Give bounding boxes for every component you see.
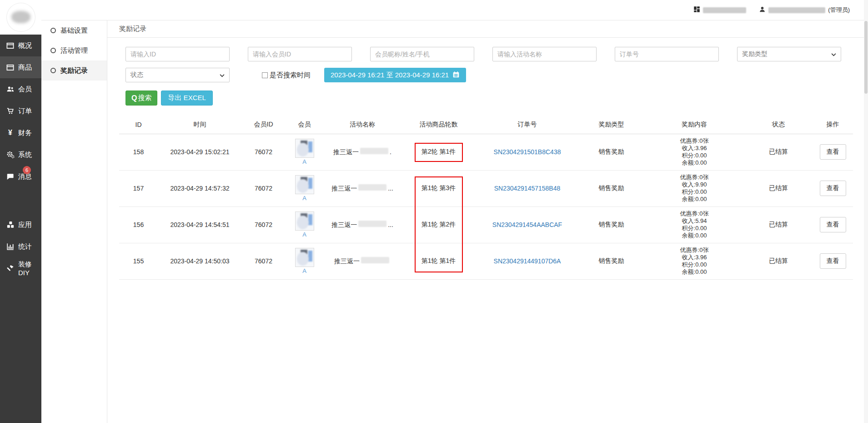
avatar-blur — [11, 11, 30, 23]
search-time-checkbox[interactable] — [262, 72, 268, 78]
member-avatar[interactable] — [295, 212, 314, 231]
member-avatar[interactable] — [295, 175, 314, 194]
sidebar-item-stats[interactable]: 统计 — [0, 236, 41, 257]
user-menu[interactable]: (管理员) — [759, 6, 850, 14]
member-avatar-label: A — [302, 158, 306, 165]
view-button[interactable]: 查看 — [820, 253, 846, 269]
member-avatar[interactable] — [295, 139, 314, 158]
export-excel-button[interactable]: 导出 EXCEL — [161, 91, 212, 106]
reward-income: 收入:3.96 — [644, 254, 744, 261]
sidebar-item-apps[interactable]: 应用 — [0, 214, 41, 236]
activity-name: 推三返一 — [331, 185, 357, 192]
reward-coupon: 优惠券:0张 — [644, 174, 744, 181]
cell-order: SN2304291449107D6A — [476, 243, 578, 279]
col-action: 操作 — [813, 116, 853, 134]
page-header: 奖励记录 — [107, 20, 868, 38]
cell-reward-type: 销售奖励 — [578, 134, 644, 170]
store-avatar[interactable] — [7, 3, 35, 31]
status-select[interactable]: 状态 — [125, 68, 230, 82]
system-gear-icon — [6, 151, 15, 159]
activity-name-redacted — [360, 148, 388, 154]
reward-income: 收入:9.90 — [644, 181, 744, 188]
view-button[interactable]: 查看 — [820, 217, 846, 232]
member-avatar-label: A — [302, 231, 306, 238]
reward-type-select[interactable]: 奖励类型 — [737, 47, 841, 61]
main-sidebar: 概况 商品 会员 订单 ¥ 财务 — [0, 0, 41, 423]
sidebar-item-label: 订单 — [18, 107, 32, 116]
activity-suffix: ... — [388, 221, 393, 228]
view-button[interactable]: 查看 — [820, 144, 846, 160]
sidebar-item-label: 会员 — [18, 85, 32, 94]
reward-balance: 余额:0.00 — [644, 196, 744, 203]
search-button[interactable]: Q 搜索 — [125, 91, 157, 106]
sidebar-item-finance[interactable]: ¥ 财务 — [0, 122, 41, 144]
order-link[interactable]: SN2304291449107D6A — [494, 257, 561, 265]
topbar: (管理员) — [41, 0, 868, 20]
view-button[interactable]: 查看 — [820, 181, 846, 196]
submenu-item-activity-management[interactable]: 活动管理 — [41, 40, 107, 60]
sidebar-avatar-area — [0, 0, 41, 35]
workspace-menu[interactable] — [693, 6, 746, 14]
reward-type-select-value: 奖励类型 — [742, 50, 768, 58]
sidebar-item-system[interactable]: 系统 — [0, 144, 41, 166]
submenu-item-label: 活动管理 — [60, 46, 88, 55]
table-row: 155 2023-04-29 14:50:03 76072 A 推三返一 第1轮… — [119, 243, 853, 279]
member-name-input[interactable] — [370, 47, 474, 61]
order-link[interactable]: SN2304291454AABCAF — [492, 221, 562, 228]
col-status: 状态 — [744, 116, 813, 134]
app-root: 概况 商品 会员 订单 ¥ 财务 — [0, 0, 868, 423]
member-id-input[interactable] — [248, 47, 352, 61]
reward-points: 积分:0.00 — [644, 261, 744, 268]
col-id: ID — [119, 116, 158, 134]
filter-bar: 奖励类型 状态 是否搜索时间 2023-0 — [107, 47, 868, 106]
cell-time: 2023-04-29 14:57:32 — [158, 170, 242, 206]
filter-row-1: 奖励类型 — [125, 47, 850, 61]
sidebar-item-diy[interactable]: 装修DIY — [0, 257, 41, 279]
cell-time: 2023-04-29 15:02:21 — [158, 134, 242, 170]
activity-name: 推三返一 — [334, 257, 360, 265]
order-link[interactable]: SN2304291457158B48 — [494, 185, 561, 192]
sidebar-item-goods[interactable]: 商品 — [0, 56, 41, 78]
cell-reward-type: 销售奖励 — [578, 206, 644, 243]
cell-order: SN2304291454AABCAF — [476, 206, 578, 243]
activity-name-redacted — [361, 257, 389, 263]
col-time: 时间 — [158, 116, 242, 134]
scrollbar-thumb[interactable] — [864, 21, 868, 94]
sidebar-item-orders[interactable]: 订单 — [0, 100, 41, 122]
sidebar-item-members[interactable]: 会员 — [0, 78, 41, 100]
cell-action: 查看 — [813, 134, 853, 170]
sidebar-spacer — [0, 187, 41, 214]
cell-member-id: 76072 — [242, 243, 285, 279]
sidebar-item-overview[interactable]: 概况 — [0, 35, 41, 56]
order-no-input[interactable] — [615, 47, 719, 61]
submenu-item-reward-records[interactable]: 奖励记录 — [41, 60, 107, 81]
cell-status: 已结算 — [744, 243, 813, 279]
radio-bullet-icon — [50, 68, 56, 73]
cell-member: A — [285, 206, 324, 243]
reward-balance: 余额:0.00 — [644, 268, 744, 276]
order-link[interactable]: SN2304291501B8C438 — [494, 148, 561, 156]
id-input[interactable] — [125, 47, 230, 61]
submenu-item-basic-settings[interactable]: 基础设置 — [41, 20, 107, 40]
cell-order: SN2304291501B8C438 — [476, 134, 578, 170]
search-icon: Q — [131, 94, 137, 102]
cell-member: A — [285, 134, 324, 170]
cell-action: 查看 — [813, 170, 853, 206]
submenu-item-label: 奖励记录 — [60, 66, 88, 75]
sidebar-item-messages[interactable]: 消息 6 — [0, 166, 41, 187]
search-time-checkbox-group[interactable]: 是否搜索时间 — [262, 71, 311, 80]
table-row: 157 2023-04-29 14:57:32 76072 A 推三返一... … — [119, 170, 853, 206]
export-button-label: 导出 EXCEL — [168, 94, 206, 102]
reward-income: 收入:5.94 — [644, 217, 744, 225]
avatar-blur — [296, 139, 314, 157]
user-name-redacted — [768, 7, 825, 13]
status-select-value: 状态 — [130, 71, 143, 79]
reward-income: 收入:3.96 — [644, 145, 744, 152]
member-avatar[interactable] — [295, 248, 314, 267]
messages-icon — [6, 173, 15, 181]
reward-points: 积分:0.00 — [644, 225, 744, 232]
chevron-down-icon — [831, 50, 836, 58]
cell-member-id: 76072 — [242, 134, 285, 170]
date-range-button[interactable]: 2023-04-29 16:21 至 2023-04-29 16:21 — [324, 68, 466, 82]
activity-name-input[interactable] — [492, 47, 597, 61]
